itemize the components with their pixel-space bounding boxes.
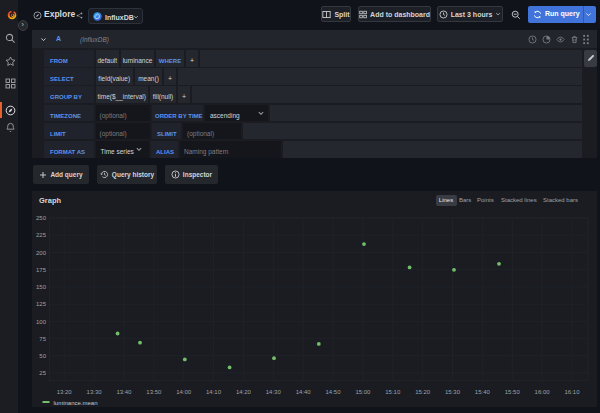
svg-text:125: 125 bbox=[36, 301, 47, 307]
svg-text:15:20: 15:20 bbox=[415, 389, 431, 395]
svg-text:15:40: 15:40 bbox=[475, 389, 491, 395]
svg-text:225: 225 bbox=[36, 232, 47, 238]
svg-text:75: 75 bbox=[39, 336, 46, 342]
svg-text:14:10: 14:10 bbox=[206, 389, 222, 395]
svg-text:150: 150 bbox=[36, 284, 47, 290]
svg-text:13:20: 13:20 bbox=[57, 389, 73, 395]
svg-text:16:00: 16:00 bbox=[535, 389, 551, 395]
svg-text:15:50: 15:50 bbox=[505, 389, 521, 395]
svg-text:16:10: 16:10 bbox=[564, 389, 580, 395]
svg-text:14:50: 14:50 bbox=[326, 389, 342, 395]
svg-text:13:30: 13:30 bbox=[87, 389, 103, 395]
svg-text:25: 25 bbox=[39, 370, 46, 376]
svg-text:50: 50 bbox=[39, 353, 46, 359]
svg-text:13:40: 13:40 bbox=[116, 389, 132, 395]
svg-text:14:40: 14:40 bbox=[296, 389, 312, 395]
svg-text:luminance.mean: luminance.mean bbox=[54, 400, 98, 406]
svg-text:250: 250 bbox=[36, 215, 47, 221]
svg-text:13:50: 13:50 bbox=[146, 389, 162, 395]
svg-text:15:10: 15:10 bbox=[385, 389, 401, 395]
svg-text:14:00: 14:00 bbox=[176, 389, 192, 395]
svg-text:15:30: 15:30 bbox=[445, 389, 461, 395]
svg-text:15:00: 15:00 bbox=[355, 389, 371, 395]
svg-text:100: 100 bbox=[36, 319, 47, 325]
svg-text:14:30: 14:30 bbox=[266, 389, 282, 395]
svg-text:200: 200 bbox=[36, 250, 47, 256]
svg-text:14:20: 14:20 bbox=[236, 389, 252, 395]
svg-text:175: 175 bbox=[36, 267, 47, 273]
